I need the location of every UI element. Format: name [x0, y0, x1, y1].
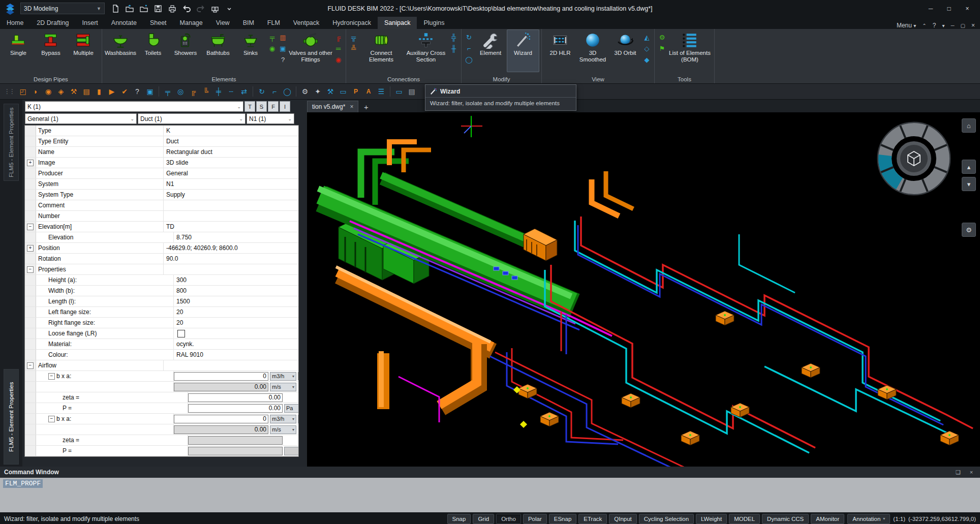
ribbon-button-auxiliary-cross-section[interactable]: Auxiliary Cross Section	[404, 29, 448, 72]
expand-icon[interactable]: +	[27, 245, 34, 252]
navigation-wheel[interactable]	[876, 120, 952, 197]
value-input[interactable]: 0	[174, 415, 268, 423]
ribbon-button-bypass[interactable]: Bypass	[35, 29, 67, 72]
close-button[interactable]: ×	[959, 3, 976, 15]
customize-icon[interactable]	[223, 3, 235, 14]
help-icon[interactable]: ?	[278, 54, 288, 65]
property-row[interactable]: 0.00m/s▾	[25, 424, 298, 435]
close-tab-icon[interactable]: ×	[350, 103, 353, 110]
collapse-icon[interactable]: −	[48, 373, 55, 380]
menu-button[interactable]: Menu ▾	[897, 22, 916, 29]
p-list-icon[interactable]: P	[350, 85, 362, 98]
collapse-icon[interactable]: −	[27, 362, 34, 369]
wheel-settings-button[interactable]: ⚙	[962, 223, 976, 237]
circle-icon[interactable]: ◯	[281, 85, 293, 98]
tab-annotate[interactable]: Annotate	[105, 17, 143, 29]
unit-select[interactable]: m/s▾	[270, 425, 296, 434]
ribbon-button-single[interactable]: Single	[2, 29, 35, 72]
status-toggle-etrack[interactable]: ETrack	[578, 514, 607, 524]
duct-box-icon[interactable]: ▭	[393, 85, 405, 98]
ribbon-button-multiple[interactable]: Multiple	[67, 29, 100, 72]
ribbon-button-valves-and-other-fittings[interactable]: Valves and other Fittings	[288, 29, 333, 72]
list-icon[interactable]: ☰	[375, 85, 387, 98]
ribbon-button-toilets[interactable]: Toilets	[137, 29, 169, 72]
chevron-down-icon[interactable]: ▾	[942, 23, 944, 28]
visual-style-icon[interactable]: ◭	[641, 32, 652, 43]
duct-split-icon[interactable]: ╩	[348, 43, 359, 54]
elbow-icon[interactable]: ╔	[187, 85, 199, 98]
value-input[interactable]: 0.00	[188, 393, 283, 402]
property-row[interactable]: zeta =0.00	[25, 392, 298, 403]
duct-dot-icon[interactable]: ┄	[225, 85, 237, 98]
workspace-select[interactable]: 3D Modeling ▼	[20, 3, 105, 14]
elbow-down-icon[interactable]: ╚	[200, 85, 212, 98]
unit-select[interactable]: m3/h▾	[270, 415, 296, 423]
collapse-icon[interactable]: −	[27, 224, 34, 230]
collapse-icon[interactable]: −	[48, 416, 55, 422]
ribbon-button-sinks[interactable]: Sinks	[234, 29, 267, 72]
property-row[interactable]: −Elevation[m]TD	[25, 222, 298, 232]
type-select[interactable]: K (1)⌄	[25, 101, 243, 112]
tab-insert[interactable]: Insert	[76, 17, 105, 29]
pump-blue-icon[interactable]: ◎	[174, 85, 187, 98]
undo-icon[interactable]	[180, 3, 193, 14]
status-toggle-polar[interactable]: Polar	[523, 514, 547, 524]
document-tab[interactable]: tion v5.dwg* ×	[307, 101, 358, 112]
wheel-prev-button[interactable]: ▴	[962, 160, 976, 174]
aux-checkbox[interactable]	[298, 372, 298, 380]
property-row[interactable]: Elevation8.750	[25, 232, 298, 243]
side-tab-element-properties-bottom[interactable]: FLM5 - Element Properties	[4, 369, 19, 465]
tab-ventpack[interactable]: Ventpack	[287, 17, 326, 29]
property-row[interactable]: Colour:RAL 9010	[25, 350, 298, 360]
rotate-icon[interactable]: ↻	[256, 85, 268, 98]
copy-icon[interactable]: ▣	[278, 43, 288, 54]
property-row[interactable]: Material:ocynk.	[25, 339, 298, 350]
ribbon-button-3d-orbit[interactable]: 3D Orbit	[609, 29, 641, 72]
collapse-icon[interactable]: −	[27, 266, 34, 273]
wrench-blue-icon[interactable]: ⚒	[324, 85, 336, 98]
value-input[interactable]: 0	[174, 372, 268, 381]
wrench-icon[interactable]: ⚙	[299, 85, 311, 98]
check-icon[interactable]: ✔	[118, 85, 131, 98]
maximize-button[interactable]: □	[940, 3, 958, 15]
duct-dash-icon[interactable]: ╪	[212, 85, 225, 98]
status-toggle-dynamic-ccs[interactable]: Dynamic CCS	[762, 514, 809, 524]
tab-hydronicpack[interactable]: Hydronicpack	[326, 17, 378, 29]
riser-icon[interactable]: ⌐	[464, 43, 474, 54]
property-row[interactable]: +Position-46629.0; 40260.9; 8600.0	[25, 243, 298, 254]
tab-view[interactable]: View	[209, 17, 236, 29]
valve-icon[interactable]: ◉	[333, 54, 344, 65]
side-tab-element-properties-top[interactable]: FLM5 - Element Properties	[4, 104, 19, 181]
command-input-area[interactable]: FLM_PROPF	[0, 478, 980, 512]
status-toggle-model[interactable]: MODEL	[729, 514, 760, 524]
print-icon[interactable]	[166, 3, 178, 14]
filter-t-button[interactable]: T	[244, 101, 255, 112]
open-file-icon[interactable]	[123, 3, 136, 14]
ribbon-button-bathtubs[interactable]: Bathtubs	[202, 29, 234, 72]
property-row[interactable]: zeta =	[25, 435, 298, 446]
unit-select[interactable]: Pa▾	[284, 404, 298, 413]
status-toggle-esnap[interactable]: ESnap	[549, 514, 577, 524]
expand-icon[interactable]: +	[27, 160, 34, 166]
property-row[interactable]: Comment	[25, 200, 298, 211]
save-icon[interactable]	[151, 3, 164, 14]
tab-2d-drafting[interactable]: 2D Drafting	[30, 17, 75, 29]
help-box-icon[interactable]: ?	[131, 85, 143, 98]
property-row[interactable]: +Image3D slide	[25, 158, 298, 168]
tab-sanipack[interactable]: Sanipack	[378, 17, 417, 29]
pipe-icon[interactable]: ═	[333, 43, 344, 54]
fitting-b-icon[interactable]: ╫	[448, 43, 459, 54]
pump-icon[interactable]: ◉	[42, 85, 54, 98]
doc-minimize-button[interactable]: ─	[951, 23, 954, 28]
wheel-next-button[interactable]: ▾	[962, 177, 976, 191]
tab-flm[interactable]: FLM	[261, 17, 287, 29]
drag-handle-icon[interactable]: ⋮⋮	[4, 88, 14, 95]
property-row[interactable]: −Properties	[25, 264, 298, 275]
doc-restore-button[interactable]: ▢	[961, 23, 965, 28]
crossover-icon[interactable]: ⇄	[238, 85, 250, 98]
property-row[interactable]: Right flange size:20	[25, 318, 298, 328]
status-toggle-amonitor[interactable]: AMonitor	[811, 514, 844, 524]
property-row[interactable]: −b x a:0m3/h▾⇥	[25, 414, 298, 424]
status-toggle-ortho[interactable]: Ortho	[496, 514, 521, 524]
property-row[interactable]: Left flange size:20	[25, 307, 298, 318]
